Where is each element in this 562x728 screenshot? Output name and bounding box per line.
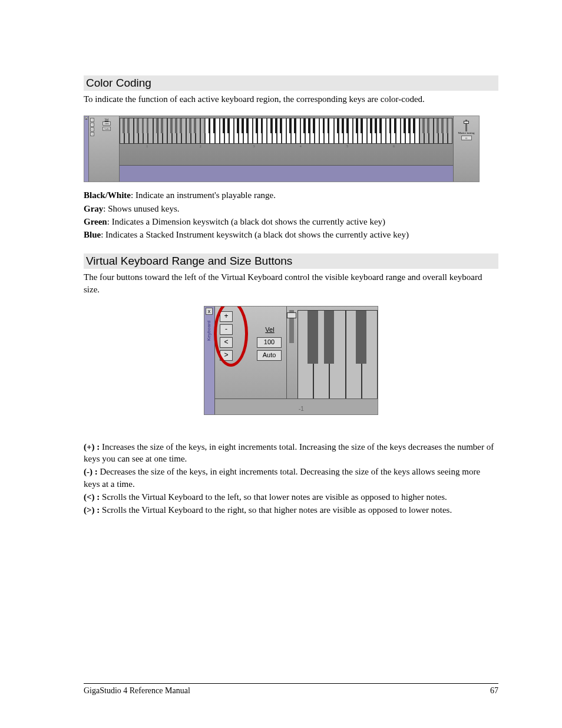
piano-key[interactable] [386,118,391,144]
piano-key-black[interactable] [275,118,277,133]
piano-key[interactable] [339,118,343,144]
piano-key[interactable] [300,118,305,144]
piano-key[interactable] [234,118,239,144]
piano-key[interactable] [391,118,395,144]
piano-key-black[interactable] [127,118,130,133]
keyboard-area[interactable]: 1 2 3 4 5 6 [120,116,453,182]
piano-key-black[interactable] [394,118,396,133]
auto-button[interactable]: Auto [257,350,282,361]
piano-key[interactable] [200,118,205,144]
piano-key-black[interactable] [294,118,296,133]
piano-key[interactable] [153,118,158,144]
piano-key[interactable] [257,118,262,144]
piano-key[interactable] [148,118,153,144]
zoom-out-button[interactable]: - [220,324,233,335]
piano-key[interactable] [343,118,348,144]
keyboard-area[interactable] [297,310,378,400]
piano-key-black[interactable] [404,118,406,133]
piano-key-black[interactable] [246,118,249,133]
piano-key-black[interactable] [137,118,139,133]
piano-key-black[interactable] [209,118,211,133]
piano-key[interactable] [296,118,300,144]
piano-key-black[interactable] [170,118,173,133]
piano-key[interactable] [158,118,163,144]
piano-key[interactable] [243,118,248,144]
piano-key-black[interactable] [156,118,158,133]
piano-key[interactable] [267,118,272,144]
piano-key[interactable] [210,118,214,144]
piano-key[interactable] [329,118,333,144]
piano-key-black[interactable] [422,118,425,133]
piano-key[interactable] [229,118,234,144]
piano-key-black[interactable] [280,118,282,133]
piano-key-black[interactable] [346,118,349,133]
piano-key[interactable] [324,118,329,144]
piano-key-black[interactable] [337,118,339,133]
piano-key[interactable] [196,118,200,144]
piano-key[interactable] [248,118,253,144]
piano-key[interactable] [134,118,138,144]
scroll-left-button[interactable]: < [90,127,94,131]
piano-key[interactable] [291,118,296,144]
piano-key[interactable] [186,118,191,144]
zoom-out-button[interactable]: - [90,123,94,127]
piano-key-black[interactable] [261,118,263,133]
piano-key-black[interactable] [413,118,415,133]
piano-key-black[interactable] [356,118,358,133]
piano-key[interactable] [438,118,443,144]
keyboard-tab-strip[interactable]: x [84,116,89,182]
piano-key[interactable] [172,118,177,144]
scroll-right-button[interactable]: > [220,350,233,361]
piano-key[interactable] [167,118,172,144]
piano-key-black[interactable] [180,118,182,133]
zoom-in-button[interactable]: + [220,311,233,322]
piano-key[interactable] [262,118,267,144]
piano-key[interactable] [163,118,167,144]
piano-key[interactable] [348,118,353,144]
piano-key[interactable] [372,118,376,144]
piano-key-black[interactable] [189,118,191,133]
vel-value[interactable]: 100 [257,337,282,348]
piano-key-black[interactable] [308,118,310,133]
piano-key[interactable] [282,118,286,144]
piano-key-black[interactable] [379,118,382,133]
piano-key[interactable] [405,118,410,144]
piano-key[interactable] [429,118,434,144]
piano-key-black[interactable] [389,118,392,133]
piano-key[interactable] [358,118,362,144]
piano-key-black[interactable] [437,118,439,133]
close-icon[interactable]: x [85,117,88,120]
piano-key-black[interactable] [313,118,315,133]
piano-key-black[interactable] [142,118,144,133]
piano-key[interactable] [334,118,339,144]
piano-key-black[interactable] [227,118,230,133]
scroll-right-button[interactable]: > [90,132,94,136]
piano-key[interactable] [129,118,134,144]
piano-key-black[interactable] [175,118,177,133]
piano-key-black[interactable] [303,118,306,133]
piano-key[interactable] [181,118,186,144]
piano-key[interactable] [410,118,415,144]
piano-key[interactable] [376,118,381,144]
piano-key-black[interactable] [328,118,330,133]
close-icon[interactable]: x [206,308,213,315]
master-tuning-slider[interactable] [465,120,467,131]
piano-key-black[interactable] [447,118,449,133]
piano-key[interactable] [448,118,452,144]
piano-key-black[interactable] [147,118,149,133]
auto-button[interactable]: Auto [103,127,111,131]
piano-key[interactable] [401,118,405,144]
mod-strip[interactable] [120,165,453,182]
piano-key[interactable] [277,118,282,144]
piano-key-black[interactable] [213,118,216,133]
piano-key[interactable] [143,118,148,144]
piano-key[interactable] [424,118,429,144]
piano-key-black[interactable] [375,118,377,133]
piano-key-black[interactable] [223,118,225,133]
piano-key-black[interactable] [256,118,258,133]
piano-key-black[interactable] [408,118,411,133]
piano-key-black[interactable] [342,118,344,133]
piano-key[interactable] [415,118,419,144]
master-tuning-value[interactable]: 0 [461,136,472,140]
vel-value[interactable]: 100 [103,121,111,126]
